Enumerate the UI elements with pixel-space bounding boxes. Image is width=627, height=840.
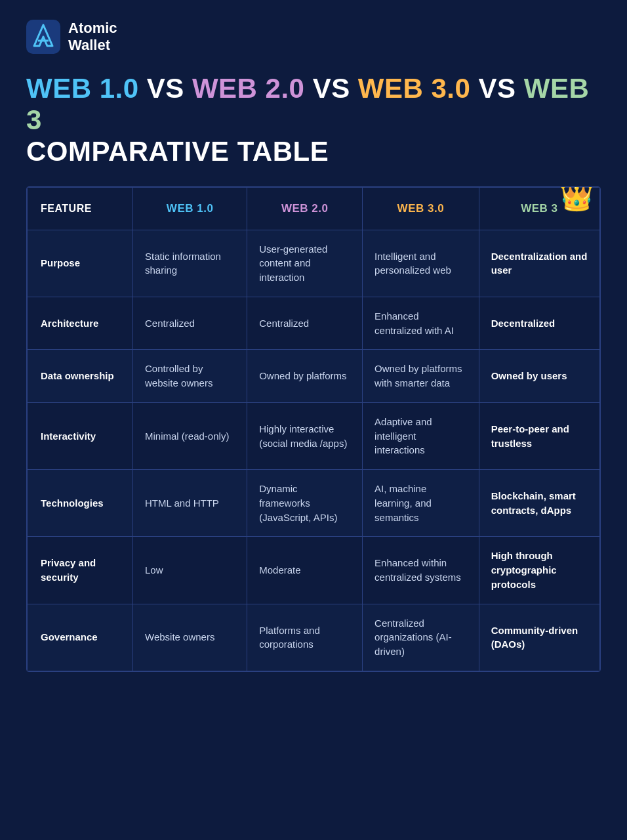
- brand-line2: Wallet: [68, 37, 117, 54]
- feature-cell: Architecture: [28, 297, 133, 350]
- data-cell: Website owners: [133, 604, 247, 671]
- data-cell: Adaptive and intelligent interactions: [363, 402, 479, 469]
- table-row: TechnologiesHTML and HTTPDynamic framewo…: [28, 470, 600, 537]
- col-header-web3-0: WEB 3.0: [363, 187, 479, 230]
- brand-name: Atomic Wallet: [68, 20, 117, 54]
- data-cell: User-generated content and interaction: [247, 230, 363, 297]
- header: Atomic Wallet: [26, 20, 601, 54]
- data-cell: Enhanced centralized with AI: [363, 297, 479, 350]
- table-row: PurposeStatic information sharingUser-ge…: [28, 230, 600, 297]
- comparison-table-wrap: 👑 FEATURE WEB 1.0 WEB 2.0 WEB 3.0 WEB 3: [26, 186, 601, 672]
- title-vs2: VS: [304, 73, 357, 104]
- web3-cell: Owned by users: [479, 350, 599, 403]
- data-cell: Enhanced within centralized systems: [363, 537, 479, 604]
- table-row: Privacy and securityLowModerateEnhanced …: [28, 537, 600, 604]
- title-web3-0: WEB 3.0: [358, 73, 471, 104]
- table-row: GovernanceWebsite ownersPlatforms and co…: [28, 604, 600, 671]
- data-cell: Dynamic frameworks (JavaScript, APIs): [247, 470, 363, 537]
- web3-cell: Decentralized: [479, 297, 599, 350]
- col-header-web2: WEB 2.0: [247, 187, 363, 230]
- brand-line1: Atomic: [68, 20, 117, 37]
- feature-cell: Purpose: [28, 230, 133, 297]
- feature-cell: Privacy and security: [28, 537, 133, 604]
- data-cell: Minimal (read-only): [133, 402, 247, 469]
- feature-cell: Interactivity: [28, 402, 133, 469]
- data-cell: AI, machine learning, and semantics: [363, 470, 479, 537]
- table-header-row: FEATURE WEB 1.0 WEB 2.0 WEB 3.0 WEB 3: [28, 187, 600, 230]
- data-cell: Intelligent and personalized web: [363, 230, 479, 297]
- web3-cell: Peer-to-peer and trustless: [479, 402, 599, 469]
- title-vs3: VS: [470, 73, 523, 104]
- web3-cell: Decentralization and user: [479, 230, 599, 297]
- table-row: ArchitectureCentralizedCentralizedEnhanc…: [28, 297, 600, 350]
- data-cell: Highly interactive (social media /apps): [247, 402, 363, 469]
- data-cell: Platforms and corporations: [247, 604, 363, 671]
- comparison-table: FEATURE WEB 1.0 WEB 2.0 WEB 3.0 WEB 3 Pu…: [27, 187, 600, 671]
- web3-cell: Community-driven (DAOs): [479, 604, 599, 671]
- table-row: Data ownershipControlled by website owne…: [28, 350, 600, 403]
- data-cell: Owned by platforms: [247, 350, 363, 403]
- col-header-web3: WEB 3: [479, 187, 599, 230]
- data-cell: Centralized organizations (AI-driven): [363, 604, 479, 671]
- data-cell: Low: [133, 537, 247, 604]
- title-line2: COMPARATIVE TABLE: [26, 136, 329, 167]
- col-header-web1: WEB 1.0: [133, 187, 247, 230]
- feature-cell: Technologies: [28, 470, 133, 537]
- data-cell: Centralized: [133, 297, 247, 350]
- data-cell: Centralized: [247, 297, 363, 350]
- feature-cell: Governance: [28, 604, 133, 671]
- atomic-wallet-logo-icon: [26, 20, 60, 54]
- title-web2: WEB 2.0: [192, 73, 305, 104]
- data-cell: HTML and HTTP: [133, 470, 247, 537]
- page-title: WEB 1.0 VS WEB 2.0 VS WEB 3.0 VS WEB 3 C…: [26, 73, 601, 168]
- web3-cell: Blockchain, smart contracts, dApps: [479, 470, 599, 537]
- col-header-feature: FEATURE: [28, 187, 133, 230]
- title-web1: WEB 1.0: [26, 73, 139, 104]
- web3-cell: High through cryptographic protocols: [479, 537, 599, 604]
- data-cell: Static information sharing: [133, 230, 247, 297]
- feature-cell: Data ownership: [28, 350, 133, 403]
- table-row: InteractivityMinimal (read-only)Highly i…: [28, 402, 600, 469]
- data-cell: Owned by platforms with smarter data: [363, 350, 479, 403]
- title-vs1: VS: [139, 73, 192, 104]
- data-cell: Moderate: [247, 537, 363, 604]
- data-cell: Controlled by website owners: [133, 350, 247, 403]
